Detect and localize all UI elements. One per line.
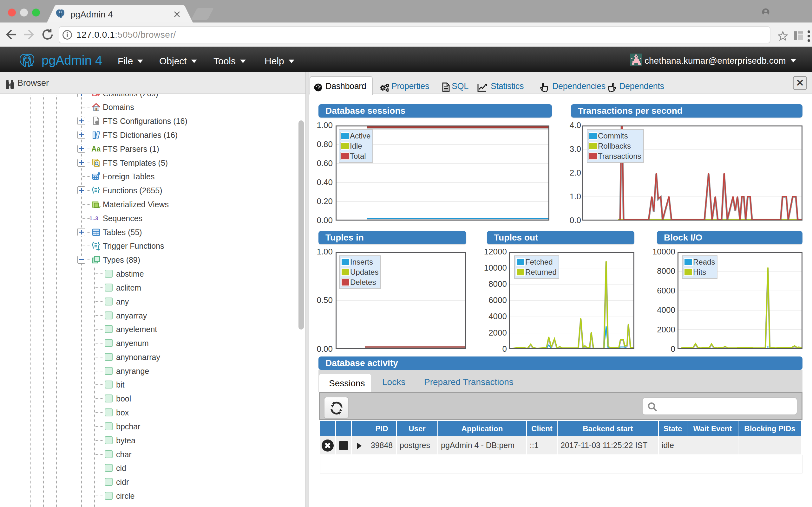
svg-text:1..3: 1..3 [90, 216, 98, 221]
svg-text:Aa: Aa [91, 145, 101, 153]
